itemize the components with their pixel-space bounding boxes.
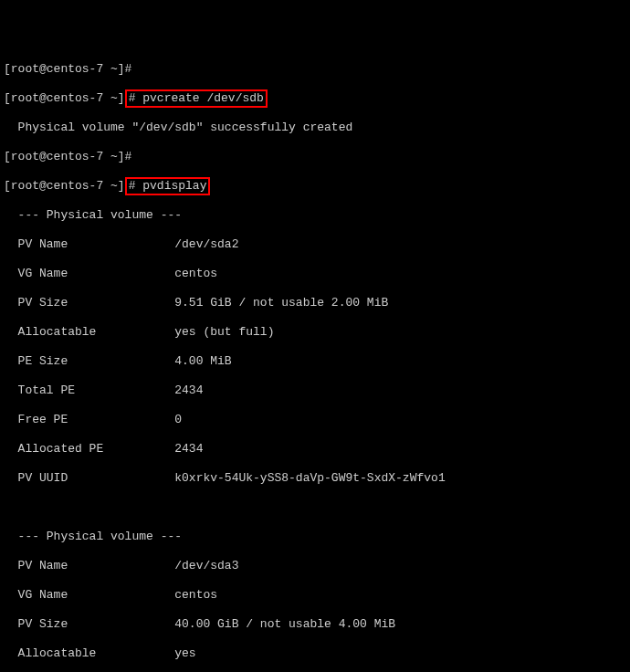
highlight-pvdisplay: # pvdisplay [125,177,211,195]
pv1-alloc: Allocatable yes (but full) [4,325,626,340]
pv2-size: PV Size 40.00 GiB / not usable 4.00 MiB [4,617,626,632]
blank-line [4,500,626,515]
command-line-pvcreate[interactable]: [root@centos-7 ~]# pvcreate /dev/sdb [4,91,626,106]
pv2-header: --- Physical volume --- [4,530,626,544]
pv1-pesize: PE Size 4.00 MiB [4,354,626,369]
pv1-totalpe: Total PE 2434 [4,383,626,398]
command-line-pvdisplay[interactable]: [root@centos-7 ~]# pvdisplay [4,179,626,194]
prompt-prefix: [root@centos-7 ~] [4,179,125,193]
prompt-prefix: [root@centos-7 ~] [4,91,125,105]
output-pvcreate: Physical volume "/dev/sdb" successfully … [4,121,626,135]
pv1-size: PV Size 9.51 GiB / not usable 2.00 MiB [4,296,626,310]
highlight-pvcreate: # pvcreate /dev/sdb [125,89,268,108]
pv2-name: PV Name /dev/sda3 [4,559,626,573]
pv1-header: --- Physical volume --- [4,208,626,223]
pv1-uuid: PV UUID k0xrkv-54Uk-ySS8-daVp-GW9t-SxdX-… [4,471,626,486]
pv1-name: PV Name /dev/sda2 [4,237,626,252]
pv1-vgname: VG Name centos [4,267,626,281]
pv2-alloc: Allocatable yes [4,646,626,661]
pv1-allocpe: Allocated PE 2434 [4,442,626,457]
pv2-vgname: VG Name centos [4,588,626,603]
prompt-line: [root@centos-7 ~]# [4,150,626,164]
prompt-line: [root@centos-7 ~]# [4,62,626,77]
pv1-freepe: Free PE 0 [4,413,626,427]
